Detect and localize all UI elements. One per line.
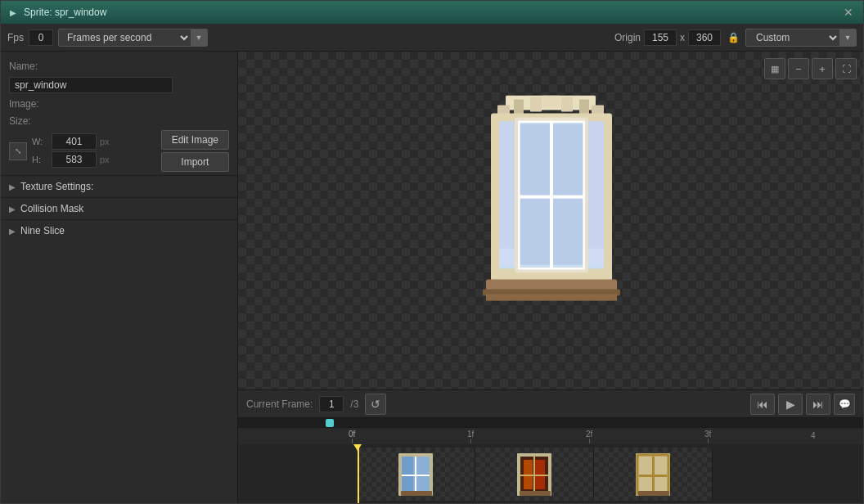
size-row: ⤡ W: px H: px Edi bbox=[9, 130, 229, 172]
marker-2f-tick bbox=[589, 439, 590, 443]
chat-button[interactable]: 💬 bbox=[834, 394, 855, 415]
current-frame-input[interactable] bbox=[319, 396, 344, 412]
svg-rect-17 bbox=[519, 195, 584, 198]
sprite-name-input[interactable] bbox=[9, 77, 173, 93]
toolbar: Fps Frames per second Frames per game fr… bbox=[1, 24, 863, 52]
origin-x-input[interactable] bbox=[644, 29, 677, 46]
fps-select-wrapper: Frames per second Frames per game frame … bbox=[58, 29, 208, 47]
playback-bar: Current Frame: /3 ↺ ⏮ ▶ ⏭ 💬 bbox=[238, 389, 863, 417]
marker-1f: 1f bbox=[467, 430, 474, 443]
width-row: W: px bbox=[32, 133, 156, 150]
frame-strip bbox=[238, 444, 863, 503]
fps-input[interactable] bbox=[29, 29, 53, 46]
fps-label: Fps bbox=[7, 32, 24, 43]
frame-thumb-2 bbox=[515, 452, 553, 497]
size-section: Size: ⤡ W: px H: px bbox=[1, 112, 237, 175]
origin-preset-select[interactable]: Custom Top Left Top Center Middle Center… bbox=[746, 29, 839, 46]
frame-cell-2[interactable] bbox=[475, 448, 594, 501]
collision-mask-header[interactable]: ▶ Collision Mask bbox=[1, 197, 237, 219]
height-row: H: px bbox=[32, 151, 156, 168]
height-label: H: bbox=[32, 155, 48, 164]
texture-settings-header[interactable]: ▶ Texture Settings: bbox=[1, 175, 237, 197]
marker-0f-tick bbox=[352, 439, 353, 443]
svg-rect-13 bbox=[587, 121, 604, 248]
resize-icon[interactable]: ⤡ bbox=[9, 142, 27, 160]
frame-thumb-1 bbox=[397, 452, 434, 497]
height-input[interactable] bbox=[52, 151, 97, 168]
timeline-frames bbox=[238, 444, 863, 503]
svg-rect-33 bbox=[520, 475, 548, 476]
svg-rect-34 bbox=[520, 491, 551, 496]
origin-x-separator: x bbox=[680, 32, 685, 43]
frame-cells-bg bbox=[238, 448, 863, 501]
timeline-area: 0f 1f 2f 3f bbox=[238, 417, 863, 503]
texture-settings-label: Texture Settings: bbox=[20, 181, 93, 192]
main-window: ▶ Sprite: spr_window ✕ Fps Frames per se… bbox=[0, 0, 864, 504]
marker-2f-label: 2f bbox=[586, 430, 592, 439]
width-unit: px bbox=[100, 137, 110, 146]
current-frame-label: Current Frame: bbox=[246, 398, 313, 410]
svg-rect-27 bbox=[401, 491, 432, 496]
timeline-scrubber-bar[interactable] bbox=[238, 418, 863, 428]
svg-rect-5 bbox=[530, 97, 542, 111]
image-buttons: Edit Image Import bbox=[161, 130, 229, 172]
timeline-playhead-line bbox=[358, 444, 359, 503]
lock-icon[interactable]: 🔒 bbox=[726, 30, 740, 45]
zoom-in-button[interactable]: + bbox=[812, 58, 833, 79]
playback-controls: ⏮ ▶ ⏭ 💬 bbox=[750, 394, 855, 415]
custom-dropdown-arrow: ▼ bbox=[839, 29, 856, 46]
canvas-area: ▦ − + ⛶ Current Frame: /3 ↺ ⏮ ▶ ⏭ 💬 bbox=[238, 52, 863, 503]
height-unit: px bbox=[100, 155, 110, 164]
name-field: Name: bbox=[1, 58, 237, 74]
size-label: Size: bbox=[9, 115, 229, 127]
nine-slice-header[interactable]: ▶ Nine Slice bbox=[1, 219, 237, 241]
origin-y-input[interactable] bbox=[688, 29, 721, 46]
title-bar: ▶ Sprite: spr_window ✕ bbox=[1, 1, 863, 24]
marker-3f: 3f bbox=[704, 430, 711, 443]
marker-4: 4 bbox=[811, 430, 816, 441]
width-input[interactable] bbox=[52, 133, 97, 150]
name-label: Name: bbox=[9, 61, 42, 72]
image-field: Image: bbox=[1, 96, 237, 112]
texture-settings-arrow: ▶ bbox=[9, 182, 16, 191]
canvas-controls: ▦ − + ⛶ bbox=[764, 58, 857, 79]
edit-image-button[interactable]: Edit Image bbox=[161, 130, 229, 150]
svg-rect-26 bbox=[402, 475, 430, 476]
zoom-out-button[interactable]: − bbox=[788, 58, 809, 79]
svg-rect-7 bbox=[542, 95, 560, 107]
fit-view-button[interactable]: ⛶ bbox=[835, 58, 857, 79]
total-frames: /3 bbox=[350, 398, 358, 410]
origin-label: Origin bbox=[614, 32, 641, 43]
fps-select[interactable]: Frames per second Frames per game frame bbox=[59, 29, 191, 46]
marker-1f-tick bbox=[470, 439, 471, 443]
marker-0f: 0f bbox=[349, 430, 355, 443]
marker-2f: 2f bbox=[586, 430, 592, 443]
timeline-ruler[interactable]: 0f 1f 2f 3f bbox=[238, 428, 863, 444]
frame-cell-1[interactable] bbox=[357, 448, 475, 501]
custom-dropdown-wrapper: Custom Top Left Top Center Middle Center… bbox=[745, 29, 857, 47]
canvas-view[interactable]: ▦ − + ⛶ bbox=[238, 52, 863, 389]
import-button[interactable]: Import bbox=[161, 152, 229, 172]
svg-rect-40 bbox=[638, 491, 669, 496]
name-input-field bbox=[1, 74, 237, 96]
svg-rect-6 bbox=[561, 97, 573, 111]
nine-slice-arrow: ▶ bbox=[9, 227, 16, 236]
skip-button[interactable]: ⏭ bbox=[806, 394, 830, 415]
zoom-reset-button[interactable]: ▦ bbox=[764, 58, 785, 79]
close-button[interactable]: ✕ bbox=[840, 4, 857, 20]
frame-thumb-3 bbox=[634, 452, 672, 497]
nine-slice-label: Nine Slice bbox=[20, 225, 65, 236]
svg-rect-21 bbox=[486, 294, 617, 300]
rewind-button[interactable]: ⏮ bbox=[750, 394, 775, 415]
frame-cell-3[interactable] bbox=[594, 448, 713, 501]
play-button[interactable]: ▶ bbox=[778, 394, 803, 415]
main-content: Name: Image: Size: ⤡ W: px bbox=[1, 52, 863, 503]
timeline-scrubber-handle[interactable] bbox=[326, 419, 334, 427]
loop-button[interactable]: ↺ bbox=[365, 394, 386, 415]
image-label: Image: bbox=[9, 98, 42, 110]
svg-rect-11 bbox=[499, 121, 517, 248]
fps-select-arrow: ▼ bbox=[191, 29, 207, 46]
window-icon: ▶ bbox=[7, 7, 19, 18]
collision-mask-label: Collision Mask bbox=[20, 203, 83, 214]
sprite-preview bbox=[457, 95, 645, 336]
